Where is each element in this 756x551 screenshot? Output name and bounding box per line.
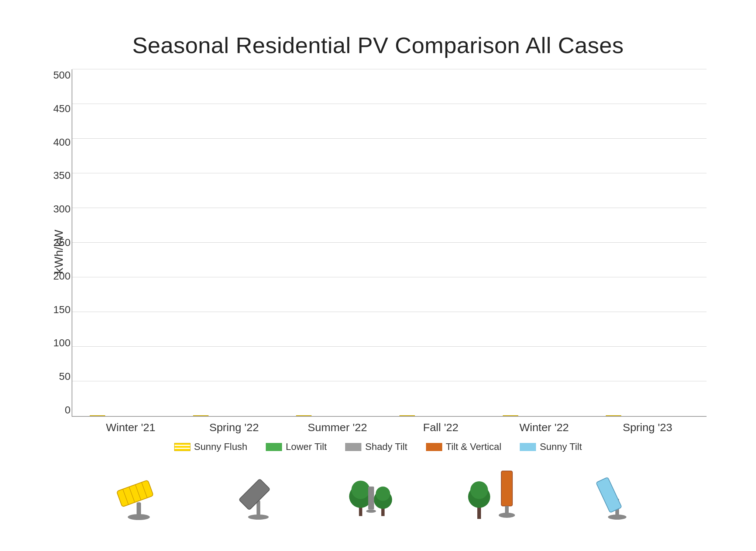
- x-label-2: Summer '22: [286, 417, 389, 434]
- shady-tilt-svg: [348, 464, 408, 523]
- season-group-4: [493, 415, 596, 416]
- y-label-500: 500: [43, 69, 71, 81]
- bar-wrap-sunny_flush-2: [296, 415, 312, 416]
- legend-label-lower_tilt: Lower Tilt: [286, 441, 327, 453]
- icons-section: [49, 456, 707, 526]
- legend-item-sunny_flush: Sunny Flush: [174, 441, 248, 453]
- legend-item-lower_tilt: Lower Tilt: [266, 441, 327, 453]
- svg-rect-2: [117, 480, 154, 507]
- svg-point-17: [366, 509, 376, 513]
- y-label-250: 250: [43, 237, 71, 249]
- legend-swatch-sunny_flush: [174, 443, 190, 451]
- bar-sunny_flush-0: [90, 415, 105, 416]
- plot-area: 050100150200250300350400450500: [72, 69, 707, 417]
- bar-sunny_flush-1: [193, 415, 209, 416]
- y-label-400: 400: [43, 136, 71, 148]
- legend-swatch-shady_tilt: [345, 443, 361, 451]
- bar-sunny_flush-4: [503, 415, 518, 416]
- season-group-3: [389, 415, 493, 416]
- x-label-0: Winter '21: [79, 417, 182, 434]
- y-label-200: 200: [43, 270, 71, 282]
- chart-area: kWh/kW 050100150200250300350400450500 Wi…: [49, 69, 707, 434]
- svg-rect-26: [596, 477, 622, 513]
- svg-rect-16: [368, 486, 374, 509]
- svg-point-12: [351, 481, 370, 499]
- legend-label-sunny_flush: Sunny Flush: [194, 441, 248, 453]
- y-label-150: 150: [43, 304, 71, 316]
- sunny-tilt-svg: [588, 464, 647, 523]
- svg-rect-8: [257, 500, 260, 518]
- chart-container: Seasonal Residential PV Comparison All C…: [27, 17, 729, 534]
- bar-wrap-sunny_flush-1: [193, 415, 209, 416]
- season-group-5: [596, 415, 699, 416]
- sunny-flush-svg: [109, 464, 168, 523]
- season-group-2: [286, 415, 389, 416]
- legend-swatch-lower_tilt: [266, 443, 282, 451]
- y-labels: 050100150200250300350400450500: [43, 69, 71, 416]
- bar-sunny_flush-2: [296, 415, 312, 416]
- icon-lower-tilt: [221, 464, 295, 523]
- svg-point-15: [376, 486, 390, 501]
- bar-sunny_flush-5: [606, 415, 621, 416]
- bars-area: [72, 69, 707, 416]
- x-label-4: Winter '22: [492, 417, 596, 434]
- bar-wrap-sunny_flush-4: [503, 415, 518, 416]
- icon-sunny-flush: [102, 464, 176, 523]
- svg-rect-18: [477, 506, 481, 519]
- bar-wrap-sunny_flush-3: [399, 415, 415, 416]
- legend-swatch-tilt_vertical: [426, 443, 442, 451]
- y-label-350: 350: [43, 170, 71, 181]
- legend-swatch-sunny_tilt: [520, 443, 536, 451]
- season-group-1: [183, 415, 286, 416]
- icon-tilt-vertical: [461, 464, 535, 523]
- season-group-0: [80, 415, 183, 416]
- y-label-100: 100: [43, 337, 71, 349]
- x-label-1: Spring '22: [182, 417, 286, 434]
- bar-wrap-sunny_flush-0: [90, 415, 105, 416]
- x-label-5: Spring '23: [596, 417, 699, 434]
- tilt-vertical-svg: [468, 464, 527, 523]
- chart-title: Seasonal Residential PV Comparison All C…: [49, 32, 707, 58]
- legend-item-sunny_tilt: Sunny Tilt: [520, 441, 582, 453]
- icon-shady-tilt: [341, 464, 415, 523]
- legend-label-shady_tilt: Shady Tilt: [365, 441, 407, 453]
- svg-rect-9: [239, 479, 270, 510]
- y-label-300: 300: [43, 203, 71, 215]
- y-label-450: 450: [43, 103, 71, 115]
- bar-wrap-sunny_flush-5: [606, 415, 621, 416]
- svg-rect-21: [501, 471, 512, 506]
- y-label-50: 50: [43, 371, 71, 382]
- legend-label-tilt_vertical: Tilt & Vertical: [446, 441, 502, 453]
- bar-sunny_flush-3: [399, 415, 415, 416]
- legend-label-sunny_tilt: Sunny Tilt: [540, 441, 582, 453]
- x-label-3: Fall '22: [389, 417, 492, 434]
- lower-tilt-svg: [229, 464, 288, 523]
- svg-point-20: [470, 481, 488, 499]
- legend-item-tilt_vertical: Tilt & Vertical: [426, 441, 502, 453]
- x-labels: Winter '21Spring '22Summer '22Fall '22Wi…: [72, 417, 707, 434]
- icon-sunny-tilt: [580, 464, 654, 523]
- svg-rect-23: [505, 506, 509, 516]
- legend-item-shady_tilt: Shady Tilt: [345, 441, 407, 453]
- chart-inner: 050100150200250300350400450500 Winter '2…: [72, 69, 707, 434]
- y-label-0: 0: [43, 404, 71, 416]
- legend: Sunny FlushLower TiltShady TiltTilt & Ve…: [49, 441, 707, 453]
- svg-rect-1: [137, 502, 141, 518]
